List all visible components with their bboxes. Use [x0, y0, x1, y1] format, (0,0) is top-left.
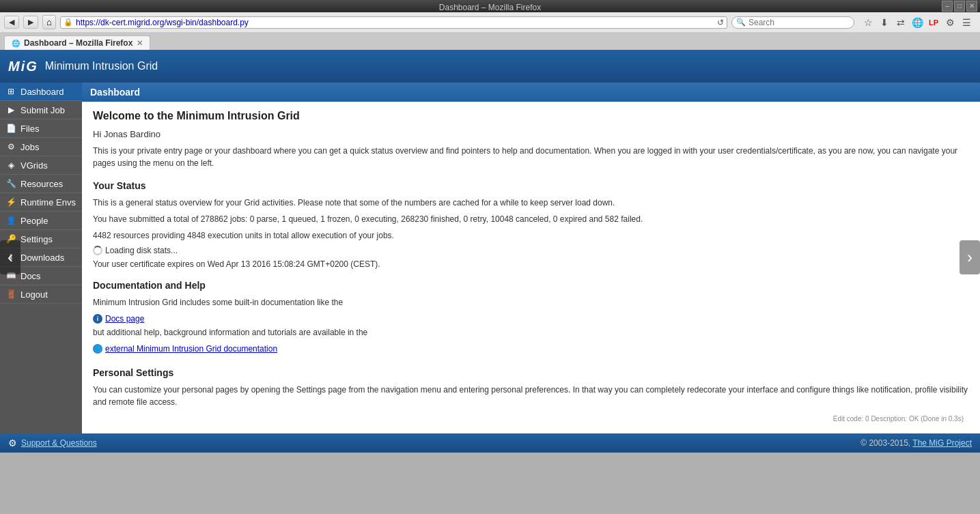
- external-link-container: 🌐 external Minimum Intrusion Grid docume…: [93, 344, 277, 354]
- resources-status: 4482 resources providing 4848 execution …: [93, 229, 969, 242]
- jobs-status: You have submitted a total of 278862 job…: [93, 213, 969, 225]
- docs-link-container: i Docs page: [93, 314, 144, 324]
- sidebar-item-submit-job[interactable]: ▶ Submit Job: [0, 101, 82, 119]
- search-icon: 🔍: [736, 18, 746, 27]
- url-bar-container: 🔒 ↺: [60, 16, 727, 29]
- maximize-button[interactable]: □: [954, 1, 965, 12]
- doc-intro: Minimum Intrusion Grid includes some bui…: [93, 296, 969, 309]
- browser-nav: ◀ ▶ ⌂ 🔒 ↺ 🔍 ☆ ⬇ ⇄ 🌐 LP ⚙ ☰: [0, 12, 980, 33]
- sidebar-item-logout[interactable]: 🚪 Logout: [0, 285, 82, 304]
- cert-expiry: Your user certificate expires on Wed Apr…: [93, 259, 969, 269]
- sidebar-item-runtime-envs[interactable]: ⚡ Runtime Envs: [0, 193, 82, 212]
- runtime-envs-icon: ⚡: [5, 197, 16, 208]
- forward-button[interactable]: ▶: [23, 16, 38, 29]
- support-icon: ⚙: [8, 438, 17, 448]
- personal-text: You can customize your personal pages by…: [93, 384, 969, 408]
- app-title: Minimum Intrusion Grid: [45, 60, 158, 72]
- window-controls: – □ ✕: [942, 1, 977, 12]
- external-link-icon: 🌐: [93, 344, 102, 354]
- app-logo: MiG: [8, 59, 38, 74]
- prev-arrow[interactable]: ‹: [0, 240, 20, 274]
- sidebar-label-submit-job: Submit Job: [20, 105, 65, 115]
- footer-support: ⚙ Support & Questions: [8, 438, 97, 448]
- globe-icon[interactable]: 🌐: [910, 16, 924, 29]
- url-input[interactable]: [76, 18, 714, 27]
- toolbar-icons: ☆ ⬇ ⇄ 🌐 LP ⚙ ☰: [858, 16, 976, 29]
- vgrids-icon: ◈: [5, 160, 16, 171]
- loading-disk-text: Loading disk stats...: [105, 246, 178, 255]
- download-icon[interactable]: ⬇: [878, 16, 891, 29]
- greeting-text: Hi Jonas Bardino: [93, 129, 969, 139]
- sidebar-item-people[interactable]: 👤 People: [0, 212, 82, 230]
- jobs-icon: ⚙: [5, 141, 16, 152]
- sidebar-label-settings: Settings: [20, 234, 53, 244]
- sync-icon[interactable]: ⇄: [894, 16, 908, 29]
- sidebar-label-dashboard: Dashboard: [20, 87, 64, 97]
- sidebar-item-vgrids[interactable]: ◈ VGrids: [0, 156, 82, 175]
- content-inner: Welcome to the Minimum Intrusion Grid Hi…: [82, 102, 980, 433]
- sidebar-label-jobs: Jobs: [20, 142, 39, 152]
- settings-icon[interactable]: ⚙: [943, 16, 957, 29]
- sidebar-label-vgrids: VGrids: [20, 160, 48, 171]
- sidebar-item-jobs[interactable]: ⚙ Jobs: [0, 138, 82, 156]
- edit-note: Edit code: 0 Description: OK (Done in 0.…: [93, 412, 969, 425]
- sidebar-item-resources[interactable]: 🔧 Resources: [0, 175, 82, 193]
- tab-bar: 🌐 Dashboard – Mozilla Firefox ✕: [0, 33, 980, 50]
- title-bar: Dashboard – Mozilla Firefox – □ ✕: [0, 0, 980, 12]
- app-header: MiG Minimum Intrusion Grid: [0, 50, 980, 83]
- sidebar-label-docs: Docs: [20, 271, 41, 281]
- doc-help-title: Documentation and Help: [93, 280, 969, 291]
- section-header: Dashboard: [82, 83, 980, 102]
- home-button[interactable]: ⌂: [42, 15, 56, 29]
- sidebar-item-files[interactable]: 📄 Files: [0, 119, 82, 138]
- tab-favicon: 🌐: [12, 40, 20, 47]
- tab-label: Dashboard – Mozilla Firefox: [24, 38, 132, 48]
- external-link[interactable]: external Minimum Intrusion Grid document…: [105, 344, 277, 354]
- page-title: Welcome to the Minimum Intrusion Grid: [93, 110, 969, 122]
- search-bar: 🔍: [731, 16, 854, 29]
- status-note: This is a general status overview for yo…: [93, 197, 969, 209]
- loading-spinner: [93, 246, 102, 255]
- footer: ⚙ Support & Questions © 2003-2015, The M…: [0, 433, 980, 453]
- sidebar-label-downloads: Downloads: [20, 253, 64, 263]
- copyright-text: © 2003-2015,: [860, 438, 910, 448]
- lastpass-icon[interactable]: LP: [927, 16, 940, 29]
- main-layout: ⊞ Dashboard ▶ Submit Job 📄 Files ⚙ Jobs …: [0, 83, 980, 433]
- back-button[interactable]: ◀: [4, 16, 19, 29]
- content-area: Dashboard Welcome to the Minimum Intrusi…: [82, 83, 980, 433]
- doc-additional: but additional help, background informat…: [93, 326, 969, 339]
- docs-info-icon: i: [93, 314, 102, 324]
- lock-icon: 🔒: [64, 18, 73, 27]
- resources-icon: 🔧: [5, 178, 16, 189]
- next-arrow[interactable]: ›: [960, 240, 980, 274]
- submit-job-icon: ▶: [5, 104, 16, 115]
- tab-close-button[interactable]: ✕: [137, 39, 143, 48]
- sidebar-label-logout: Logout: [20, 289, 48, 300]
- sidebar-item-dashboard[interactable]: ⊞ Dashboard: [0, 83, 82, 101]
- minimize-button[interactable]: –: [942, 1, 953, 12]
- sidebar-label-people: People: [20, 216, 48, 226]
- logout-icon: 🚪: [5, 289, 16, 300]
- people-icon: 👤: [5, 215, 16, 226]
- search-input[interactable]: [748, 18, 844, 27]
- sidebar-label-runtime-envs: Runtime Envs: [20, 197, 76, 208]
- sidebar-label-resources: Resources: [20, 179, 63, 189]
- dashboard-icon: ⊞: [5, 86, 16, 97]
- window-title: Dashboard – Mozilla Firefox: [439, 3, 541, 12]
- sidebar-label-files: Files: [20, 124, 39, 134]
- files-icon: 📄: [5, 123, 16, 134]
- intro-text: This is your private entry page or your …: [93, 145, 969, 169]
- footer-copyright: © 2003-2015, The MiG Project: [860, 438, 972, 448]
- mig-project-link[interactable]: The MiG Project: [912, 438, 972, 448]
- your-status-title: Your Status: [93, 180, 969, 191]
- close-button[interactable]: ✕: [966, 1, 977, 12]
- refresh-icon[interactable]: ↺: [717, 18, 724, 27]
- loading-disk: Loading disk stats...: [93, 246, 969, 255]
- support-link[interactable]: Support & Questions: [21, 438, 97, 448]
- star-icon[interactable]: ☆: [861, 16, 875, 29]
- menu-icon[interactable]: ☰: [960, 16, 973, 29]
- tab-dashboard[interactable]: 🌐 Dashboard – Mozilla Firefox ✕: [4, 35, 150, 50]
- personal-settings-title: Personal Settings: [93, 367, 969, 378]
- docs-link[interactable]: Docs page: [105, 314, 144, 324]
